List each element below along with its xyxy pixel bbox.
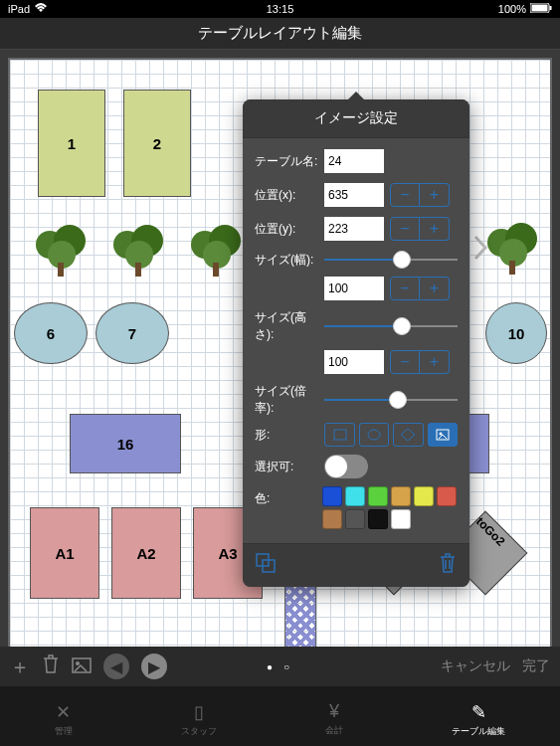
posy-stepper: −+ [390,217,450,241]
done-button[interactable]: 完了 [522,657,550,675]
width-stepper: −+ [390,277,450,300]
svg-point-12 [209,225,241,257]
width-input[interactable] [324,277,384,300]
panel-arrow-icon [348,92,364,99]
add-icon[interactable]: ＋ [10,653,30,680]
status-bar: iPad 13:15 100% [0,0,560,18]
posx-stepper: −+ [390,183,450,207]
scale-label: サイズ(倍率): [255,383,324,417]
color-swatch[interactable] [368,486,388,506]
table-10[interactable]: 10 [485,302,547,364]
settings-panel: イメージ設定 テーブル名: 位置(x): −+ 位置(y): −+ サイズ(幅)… [243,99,469,587]
time-label: 13:15 [267,3,294,15]
svg-point-11 [191,231,219,259]
svg-point-4 [54,225,86,257]
tree-icon [111,219,165,279]
posx-plus-button[interactable]: + [420,183,450,207]
svg-point-8 [131,225,163,257]
tab-accounting[interactable]: ¥会計 [325,701,343,737]
height-minus-button[interactable]: − [390,350,420,374]
next-button[interactable]: ▶ [141,653,167,679]
color-swatch[interactable] [391,509,411,529]
prev-button[interactable]: ◀ [103,653,129,679]
table-a1[interactable]: A1 [30,507,99,599]
color-swatches [322,486,458,529]
table-16[interactable]: 16 [70,414,181,473]
battery-label: 100% [498,3,526,15]
table-7[interactable]: 7 [95,302,169,364]
svg-rect-18 [509,261,515,275]
page-dots: ● ○ [267,661,293,672]
color-swatch[interactable] [391,486,411,506]
svg-rect-10 [135,263,141,277]
posy-plus-button[interactable]: + [420,217,450,241]
shape-ellipse-option[interactable] [359,423,389,447]
height-stepper: −+ [390,350,450,374]
image-icon[interactable] [72,655,92,678]
shape-image-option[interactable] [428,423,458,447]
tab-staff[interactable]: ▯スタッフ [181,701,217,738]
shape-rect-option[interactable] [324,423,354,447]
svg-rect-14 [213,263,219,277]
posx-minus-button[interactable]: − [390,183,420,207]
name-label: テーブル名: [255,153,324,170]
color-swatch[interactable] [368,509,388,529]
svg-rect-2 [550,6,552,10]
trash-icon[interactable] [42,654,60,679]
tab-table-edit[interactable]: ✎テーブル編集 [452,701,505,738]
svg-point-3 [36,231,64,259]
posy-minus-button[interactable]: − [390,217,420,241]
tree-icon [485,217,539,277]
tree-icon [34,219,88,279]
height-label: サイズ(高さ): [255,309,324,343]
scale-slider[interactable] [324,390,458,410]
svg-point-13 [203,241,231,269]
svg-point-16 [505,223,537,255]
selectable-switch[interactable] [324,455,368,478]
tab-manage[interactable]: ✕管理 [55,701,73,738]
color-swatch[interactable] [345,486,365,506]
trash-icon[interactable] [438,552,458,579]
svg-rect-6 [58,263,64,277]
tree-icon [189,219,243,279]
color-swatch[interactable] [414,486,434,506]
shape-diamond-option[interactable] [393,423,423,447]
posy-label: 位置(y): [255,221,324,238]
name-input[interactable] [324,149,384,173]
height-slider[interactable] [324,316,458,336]
width-minus-button[interactable]: − [390,277,420,300]
color-swatch[interactable] [322,509,342,529]
color-label: 色: [255,486,322,507]
posx-input[interactable] [324,183,384,207]
svg-rect-23 [334,430,346,440]
duplicate-icon[interactable] [255,552,277,579]
yen-icon: ¥ [329,701,339,722]
color-swatch[interactable] [345,509,365,529]
posx-label: 位置(x): [255,187,324,204]
cancel-button[interactable]: キャンセル [441,657,510,675]
wifi-icon [34,3,48,15]
table-a2[interactable]: A2 [111,507,181,599]
svg-point-30 [76,661,80,665]
clipboard-icon: ▯ [194,701,204,723]
posy-input[interactable] [324,217,384,241]
color-swatch[interactable] [437,486,457,506]
height-input[interactable] [324,350,384,374]
panel-title: イメージ設定 [243,99,469,138]
width-plus-button[interactable]: + [420,277,450,300]
height-plus-button[interactable]: + [420,350,450,374]
svg-point-7 [113,231,141,259]
carrier-label: iPad [8,3,30,15]
color-swatch[interactable] [322,486,342,506]
selectable-label: 選択可: [255,459,324,475]
table-6[interactable]: 6 [14,302,88,364]
svg-rect-1 [532,5,548,12]
shape-label: 形: [255,427,320,444]
width-slider[interactable] [324,250,458,270]
table-1[interactable]: 1 [38,90,105,197]
chevron-right-icon [473,235,489,261]
battery-icon [530,3,552,15]
svg-point-17 [499,239,527,267]
page-title: テーブルレイアウト編集 [0,18,560,50]
table-2[interactable]: 2 [123,90,191,197]
